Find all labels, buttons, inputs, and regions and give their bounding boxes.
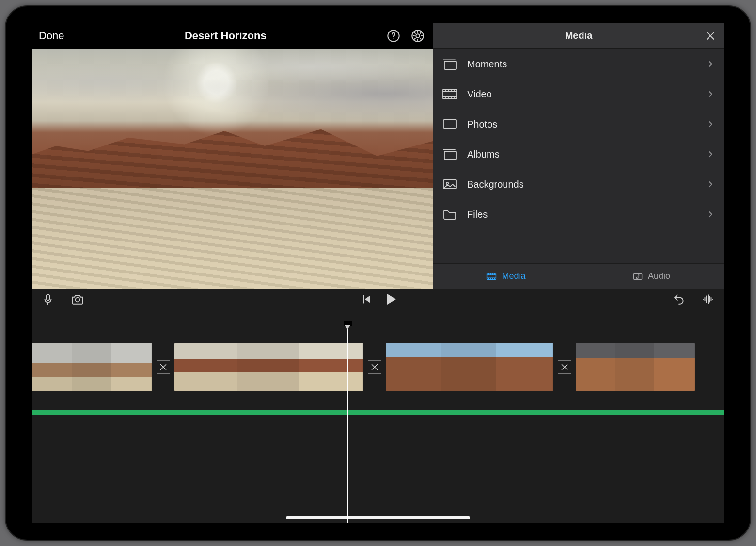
transition-button[interactable] [157,360,170,374]
home-indicator[interactable] [286,516,470,519]
media-item-backgrounds[interactable]: Backgrounds [433,169,724,199]
svg-rect-6 [443,120,456,128]
media-item-files[interactable]: Files [433,199,724,229]
tablet-frame: Done Desert Horizons [6,6,750,540]
media-item-moments[interactable]: Moments [433,49,724,79]
timeline-area [32,289,724,523]
media-panel: Media Moments [433,23,724,289]
chevron-right-icon [708,90,713,98]
tab-media[interactable]: Media [433,264,579,289]
moments-icon [442,58,457,70]
play-icon[interactable] [387,294,396,305]
media-tabs: Media Audio [433,263,724,289]
titlebar-icons [387,29,425,43]
svg-point-1 [393,38,394,39]
albums-icon [442,148,457,161]
timeline[interactable] [32,324,724,523]
backgrounds-icon [442,178,457,191]
chevron-right-icon [708,60,713,68]
media-item-albums[interactable]: Albums [433,139,724,169]
media-item-photos[interactable]: Photos [433,109,724,139]
skip-back-icon[interactable] [360,293,373,305]
chevron-right-icon [708,150,713,158]
tab-media-label: Media [502,271,525,281]
media-item-label: Video [467,89,698,100]
viewer-column: Done Desert Horizons [32,23,433,289]
app-screen: Done Desert Horizons [32,23,724,523]
svg-point-9 [446,182,448,184]
upper-pane: Done Desert Horizons [32,23,724,289]
camera-icon[interactable] [71,292,84,306]
timeline-toolbar [32,289,724,310]
undo-icon[interactable] [673,293,685,305]
svg-rect-13 [47,294,50,300]
project-title: Desert Horizons [64,30,387,42]
title-bar: Done Desert Horizons [32,23,433,49]
timeline-clip[interactable] [32,343,152,391]
chevron-right-icon [708,120,713,128]
settings-gear-icon[interactable] [411,29,425,43]
timeline-clip[interactable] [576,343,695,391]
video-icon [442,88,457,100]
media-list: Moments Video Photos [433,49,724,263]
close-icon[interactable] [705,30,716,42]
preview-sky [32,49,433,130]
timeline-clip[interactable] [174,343,363,391]
media-item-label: Backgrounds [467,179,698,190]
media-panel-header: Media [433,23,724,49]
audio-track[interactable] [32,410,724,415]
playhead[interactable] [347,324,348,523]
playback-controls [360,293,396,305]
transition-button[interactable] [558,360,571,374]
media-panel-title: Media [565,30,593,41]
tab-audio[interactable]: Audio [579,264,724,289]
svg-point-3 [416,34,419,37]
audio-clip[interactable] [32,410,724,415]
svg-point-12 [636,277,638,278]
files-icon [442,208,457,221]
svg-rect-7 [444,151,456,160]
chevron-right-icon [708,180,713,188]
chevron-right-icon [708,210,713,218]
media-item-label: Files [467,209,698,220]
media-item-video[interactable]: Video [433,79,724,109]
help-icon[interactable] [387,29,400,43]
svg-rect-4 [444,61,456,69]
timeline-clip[interactable] [386,343,553,391]
tab-audio-label: Audio [648,271,670,281]
video-preview[interactable] [32,49,433,289]
svg-point-14 [76,298,80,302]
media-item-label: Moments [467,59,698,70]
done-button[interactable]: Done [39,30,64,42]
audio-waveform-icon[interactable] [702,293,714,305]
media-item-label: Albums [467,149,698,160]
transition-button[interactable] [368,360,381,374]
photos-icon [442,118,457,130]
media-item-label: Photos [467,119,698,130]
microphone-icon[interactable] [42,293,54,305]
preview-foreground [32,188,433,289]
